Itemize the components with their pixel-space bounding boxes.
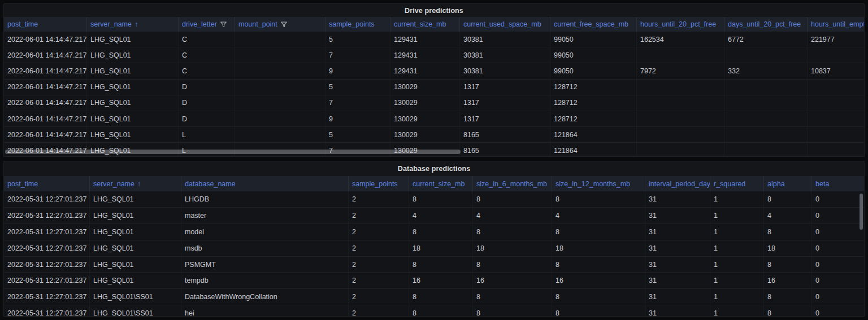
table-cell: 129431: [390, 32, 460, 47]
table-cell: 7: [326, 95, 390, 111]
table-cell: 8: [552, 224, 645, 240]
column-header-label: hours_until_empty: [811, 20, 864, 28]
filter-icon[interactable]: [220, 21, 227, 28]
table-cell: 2022-06-01 14:14:47.217: [4, 95, 87, 111]
database-predictions-table: post_timeserver_name↑database_namesample…: [4, 176, 864, 317]
table-cell: 2022-05-31 12:27:01.237: [4, 240, 90, 256]
column-header-beta[interactable]: beta: [812, 176, 864, 191]
table-cell: PSMGMT: [181, 257, 349, 273]
column-header-label: days_until_20_pct_free: [728, 20, 801, 28]
column-header-current_size_mb[interactable]: current_size_mb: [409, 176, 473, 191]
column-header-hours_until_20_pct_free[interactable]: hours_until_20_pct_free: [637, 17, 724, 32]
table-cell: 99050: [550, 32, 637, 47]
table-cell: 2022-05-31 12:27:01.237: [4, 305, 90, 317]
column-header-current_used_space_mb[interactable]: current_used_space_mb: [460, 17, 550, 32]
vertical-scrollbar-thumb[interactable]: [860, 194, 863, 230]
column-header-size_in_6_months_mb[interactable]: size_in_6_months_mb: [473, 176, 552, 191]
table-cell: [637, 47, 724, 63]
table-cell: 31: [645, 305, 710, 317]
table-cell: 130029: [390, 111, 460, 126]
column-header-mount_point[interactable]: mount_point: [235, 17, 326, 32]
column-header-days_until_20_pct_free[interactable]: days_until_20_pct_free: [724, 17, 808, 32]
table-cell: 18: [409, 240, 473, 256]
column-header-sample_points[interactable]: sample_points: [349, 176, 409, 191]
table-row: 2022-06-01 14:14:47.217LHG_SQL01L5130029…: [4, 127, 864, 143]
table-cell: LHG_SQL01: [87, 32, 179, 47]
table-cell: [808, 143, 864, 157]
table-cell: 2: [349, 224, 409, 240]
column-header-alpha[interactable]: alpha: [764, 176, 812, 191]
table-cell: 2022-06-01 14:14:47.217: [4, 111, 87, 126]
table-cell: 1: [710, 289, 764, 305]
table-cell: 2: [349, 305, 409, 317]
panel-drive-predictions: Drive predictions post_timeserver_name↑d…: [3, 3, 865, 157]
column-header-label: size_in_12_months_mb: [555, 180, 630, 188]
column-header-label: server_name: [93, 180, 134, 188]
table-cell: 16: [409, 273, 473, 288]
table-cell: 0: [812, 257, 864, 273]
table-cell: 2: [349, 257, 409, 273]
table-cell: tempdb: [181, 273, 349, 288]
table-cell: 18: [552, 240, 645, 256]
table-cell: master: [181, 208, 349, 223]
table-cell: [808, 127, 864, 142]
column-header-label: r_squared: [714, 180, 745, 188]
column-header-database_name[interactable]: database_name: [181, 176, 349, 191]
table-cell: 31: [645, 208, 710, 223]
panel-title: Database predictions: [4, 161, 864, 176]
table-cell: 0: [812, 289, 864, 305]
column-header-server_name[interactable]: server_name↑: [87, 17, 179, 32]
table-cell: 1: [710, 305, 764, 317]
table-cell: 8: [764, 257, 812, 273]
table-cell: 332: [724, 63, 808, 78]
table-cell: LHG_SQL01: [87, 47, 179, 63]
table-cell: 8: [552, 305, 645, 317]
column-header-label: post_time: [7, 20, 38, 28]
column-header-interval_period_days[interactable]: interval_period_days: [645, 176, 710, 191]
table-cell: 8: [764, 305, 812, 317]
table-row: 2022-05-31 12:27:01.237LHG_SQL01\SS01hei…: [4, 305, 864, 317]
column-header-current_size_mb[interactable]: current_size_mb: [390, 17, 460, 32]
column-header-drive_letter[interactable]: drive_letter: [179, 17, 235, 32]
table-cell: 31: [645, 289, 710, 305]
table-cell: [235, 47, 326, 63]
table-cell: 8: [409, 289, 473, 305]
table-cell: [724, 95, 808, 111]
column-header-post_time[interactable]: post_time: [4, 17, 87, 32]
filter-icon[interactable]: [280, 21, 288, 28]
table-cell: 1317: [460, 80, 550, 95]
table-cell: 2022-06-01 14:14:47.217: [4, 80, 87, 95]
table-cell: 1: [710, 208, 764, 223]
horizontal-scrollbar-thumb[interactable]: [5, 150, 461, 154]
table-cell: 128712: [550, 95, 637, 111]
table-cell: 8165: [460, 127, 550, 142]
table-cell: 2: [349, 273, 409, 288]
column-header-post_time[interactable]: post_time: [4, 176, 90, 191]
table-cell: LHG_SQL01: [87, 127, 179, 142]
table-cell: 2022-06-01 14:14:47.217: [4, 63, 87, 78]
table-cell: 2022-05-31 12:27:01.237: [4, 191, 90, 207]
table-cell: [235, 63, 326, 78]
column-header-server_name[interactable]: server_name↑: [90, 176, 181, 191]
column-header-label: drive_letter: [182, 20, 217, 28]
table-cell: [808, 80, 864, 95]
column-header-size_in_12_months_mb[interactable]: size_in_12_months_mb: [552, 176, 645, 191]
column-header-r_squared[interactable]: r_squared: [710, 176, 764, 191]
table-cell: 31: [645, 257, 710, 273]
column-header-sample_points[interactable]: sample_points: [326, 17, 390, 32]
table-cell: [637, 95, 724, 111]
table-cell: 8: [473, 289, 552, 305]
table-cell: 2: [349, 289, 409, 305]
table-cell: 18: [473, 240, 552, 256]
table-cell: [235, 111, 326, 126]
table-cell: 9: [326, 111, 390, 126]
column-header-label: current_free_space_mb: [554, 20, 628, 28]
table-cell: 121864: [550, 127, 637, 142]
column-header-hours_until_empty[interactable]: hours_until_empty: [808, 17, 864, 32]
column-header-current_free_space_mb[interactable]: current_free_space_mb: [550, 17, 637, 32]
table-cell: 8: [552, 257, 645, 273]
table-cell: 121864: [550, 143, 637, 157]
table-cell: 0: [812, 305, 864, 317]
table-cell: LHG_SQL01: [87, 111, 179, 126]
table-cell: 30381: [460, 63, 550, 78]
